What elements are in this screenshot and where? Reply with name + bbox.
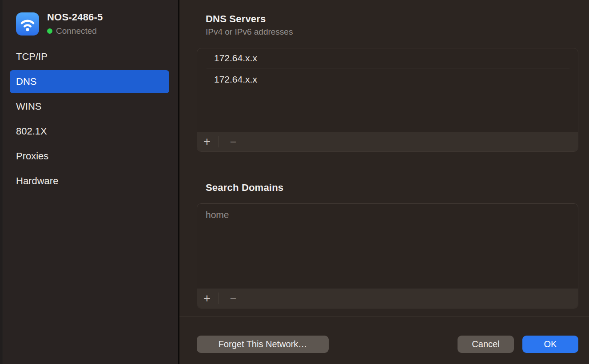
sidebar-item-dns[interactable]: DNS xyxy=(10,70,169,93)
sidebar-item-wins[interactable]: WINS xyxy=(10,95,169,118)
network-meta: NOS-2486-5 Connected xyxy=(47,12,103,36)
dns-pane: DNS Servers IPv4 or IPv6 addresses 172.6… xyxy=(179,0,589,364)
add-dns-server-button[interactable]: + xyxy=(197,132,217,151)
connected-dot-icon xyxy=(47,28,52,34)
sidebar-item-label: Proxies xyxy=(16,150,48,162)
network-status: Connected xyxy=(47,26,103,36)
search-domains-toolbar: + − xyxy=(197,289,578,308)
sidebar-item-label: Hardware xyxy=(16,175,58,187)
dns-servers-list: 172.64.x.x 172.64.x.x + − xyxy=(197,48,578,152)
sidebar-item-hardware[interactable]: Hardware xyxy=(10,170,169,193)
dns-server-row[interactable]: 172.64.x.x xyxy=(197,68,578,91)
connection-status-label: Connected xyxy=(56,26,97,36)
sidebar-item-8021x[interactable]: 802.1X xyxy=(10,120,169,143)
ok-button[interactable]: OK xyxy=(522,336,578,353)
sidebar-item-label: WINS xyxy=(16,101,41,112)
dns-server-row[interactable]: 172.64.x.x xyxy=(197,48,578,68)
add-search-domain-button[interactable]: + xyxy=(197,289,217,308)
search-domains-title: Search Domains xyxy=(206,182,283,194)
cancel-button[interactable]: Cancel xyxy=(458,336,514,353)
dns-servers-subtitle: IPv4 or IPv6 addresses xyxy=(206,27,293,37)
footer-divider xyxy=(179,317,589,317)
search-domain-row[interactable]: home xyxy=(197,204,578,226)
remove-search-domain-button[interactable]: − xyxy=(221,289,246,308)
window-edge xyxy=(0,0,3,364)
search-domain-value: home xyxy=(206,210,229,220)
dns-server-value: 172.64.x.x xyxy=(214,53,257,63)
sidebar-item-label: DNS xyxy=(16,76,36,87)
dns-list-toolbar: + − xyxy=(197,132,578,151)
network-header: NOS-2486-5 Connected xyxy=(16,12,103,36)
remove-dns-server-button[interactable]: − xyxy=(221,132,246,151)
sidebar: NOS-2486-5 Connected TCP/IP DNS WINS 802… xyxy=(0,0,179,364)
sidebar-nav: TCP/IP DNS WINS 802.1X Proxies Hardware xyxy=(10,45,169,193)
wifi-icon xyxy=(16,12,39,36)
sidebar-item-label: TCP/IP xyxy=(16,51,48,63)
toolbar-separator xyxy=(219,293,219,304)
dialog-actions: Forget This Network… Cancel OK xyxy=(197,336,578,353)
sidebar-item-tcpip[interactable]: TCP/IP xyxy=(10,45,169,68)
network-name: NOS-2486-5 xyxy=(47,12,103,23)
forget-network-button[interactable]: Forget This Network… xyxy=(197,336,329,353)
sidebar-item-proxies[interactable]: Proxies xyxy=(10,145,169,168)
search-domains-list: home + − xyxy=(197,203,578,309)
toolbar-separator xyxy=(219,136,219,147)
sidebar-item-label: 802.1X xyxy=(16,126,47,137)
dns-server-value: 172.64.x.x xyxy=(214,74,257,85)
dns-servers-title: DNS Servers xyxy=(206,13,266,25)
